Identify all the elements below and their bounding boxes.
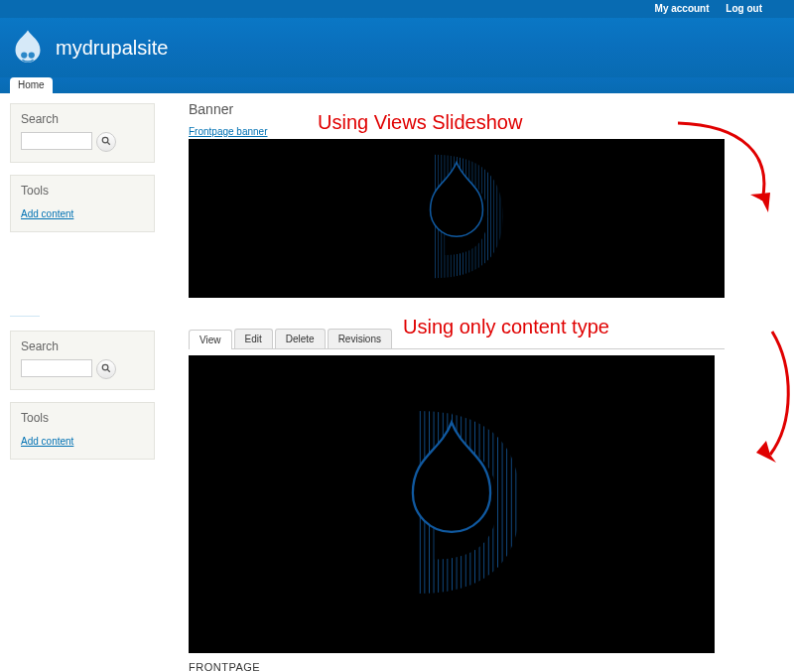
row-slideshow: Search To bbox=[0, 93, 794, 306]
nav-tab-home[interactable]: Home bbox=[10, 77, 53, 93]
frontpage-label: FRONTPAGE bbox=[189, 661, 784, 672]
search-block-1: Search bbox=[10, 103, 155, 163]
tools-label: Tools bbox=[21, 184, 144, 198]
search-form-2 bbox=[21, 359, 144, 379]
add-content-link-1[interactable]: Add content bbox=[21, 208, 73, 219]
tools-label-2: Tools bbox=[21, 411, 144, 425]
tab-view[interactable]: View bbox=[189, 330, 232, 349]
tools-block-2: Tools Add content bbox=[10, 402, 155, 460]
search-input-2[interactable] bbox=[21, 359, 92, 377]
node-tabs: View Edit Delete Revisions bbox=[189, 329, 725, 349]
svg-point-5 bbox=[102, 364, 108, 370]
search-button-1[interactable] bbox=[96, 132, 116, 152]
search-block-2: Search bbox=[10, 331, 155, 390]
banner-heading: Banner bbox=[189, 101, 784, 117]
sidebar-2: Search To bbox=[0, 321, 165, 475]
site-name[interactable]: mydrupalsite bbox=[56, 37, 168, 60]
body: Search To bbox=[0, 93, 794, 672]
svg-line-3 bbox=[107, 142, 110, 145]
slideshow-image bbox=[377, 147, 536, 290]
primary-nav: Home bbox=[0, 77, 794, 93]
section-divider bbox=[10, 316, 40, 317]
svg-point-0 bbox=[21, 52, 27, 58]
header: mydrupalsite bbox=[0, 18, 794, 77]
add-content-link-2[interactable]: Add content bbox=[21, 436, 73, 447]
row-content-type: Search To bbox=[0, 321, 794, 672]
drupal-logo-icon bbox=[8, 28, 48, 67]
content-slideshow: Banner Frontpage banner bbox=[165, 93, 794, 306]
search-form-1 bbox=[21, 132, 144, 152]
logout-link[interactable]: Log out bbox=[726, 3, 762, 14]
node-banner-frame[interactable] bbox=[189, 355, 715, 653]
tools-block-1: Tools Add content bbox=[10, 175, 155, 232]
svg-point-2 bbox=[102, 137, 108, 143]
content-node: View Edit Delete Revisions bbox=[165, 321, 794, 672]
node-banner-image bbox=[337, 393, 566, 615]
tab-revisions[interactable]: Revisions bbox=[328, 329, 392, 348]
search-label: Search bbox=[21, 112, 144, 126]
views-slideshow-frame[interactable] bbox=[189, 139, 725, 298]
svg-point-1 bbox=[29, 52, 35, 58]
tab-edit[interactable]: Edit bbox=[234, 329, 273, 348]
search-icon bbox=[101, 136, 111, 148]
search-label-2: Search bbox=[21, 339, 144, 353]
search-input-1[interactable] bbox=[21, 132, 92, 150]
search-icon bbox=[101, 363, 111, 375]
frontpage-banner-link[interactable]: Frontpage banner bbox=[189, 126, 268, 137]
page: My account Log out mydrupalsite Home Sea… bbox=[0, 0, 794, 672]
sidebar-1: Search To bbox=[0, 93, 165, 248]
top-links: My account Log out bbox=[0, 0, 794, 18]
tab-delete[interactable]: Delete bbox=[275, 329, 326, 348]
svg-line-6 bbox=[107, 369, 110, 372]
my-account-link[interactable]: My account bbox=[655, 3, 710, 14]
search-button-2[interactable] bbox=[96, 359, 116, 379]
